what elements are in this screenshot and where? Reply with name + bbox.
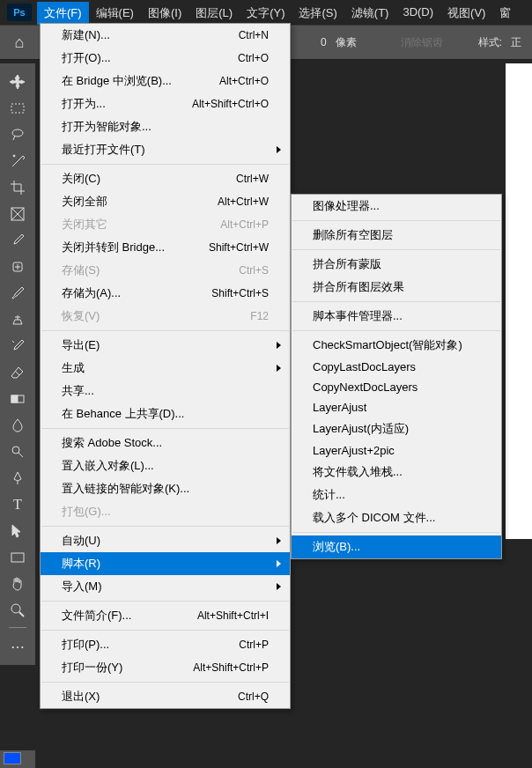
foreground-color[interactable] xyxy=(4,752,21,764)
file-menu-item-0[interactable]: 新建(N)...Ctrl+N xyxy=(41,24,290,47)
file-menu-item-3[interactable]: 打开为...Alt+Shift+Ctrl+O xyxy=(41,92,290,115)
file-menu-separator xyxy=(41,682,289,683)
script-menu-separator xyxy=(292,249,500,250)
marquee-tool[interactable] xyxy=(4,95,32,122)
file-menu-item-21[interactable]: 置入嵌入对象(L)... xyxy=(41,454,290,477)
pen-tool[interactable] xyxy=(4,465,32,491)
script-menu-separator xyxy=(292,220,500,221)
eraser-tool[interactable] xyxy=(4,359,32,386)
script-menu-item-11[interactable]: CopyNextDocLayers xyxy=(292,377,501,397)
type-tool[interactable]: T xyxy=(4,491,32,518)
file-menu-item-8[interactable]: 关闭全部Alt+Ctrl+W xyxy=(41,190,290,213)
script-menu-item-9[interactable]: CheckSmartObject(智能对象) xyxy=(292,334,501,357)
file-menu-item-17[interactable]: 共享... xyxy=(41,380,290,402)
file-menu-item-16[interactable]: 生成 xyxy=(41,357,290,380)
menu-item-shortcut: Shift+Ctrl+S xyxy=(211,287,269,299)
file-menu-item-7[interactable]: 关闭(C)Ctrl+W xyxy=(41,167,290,190)
gradient-tool[interactable] xyxy=(4,386,32,412)
menu-8[interactable]: 视图(V) xyxy=(440,2,492,25)
file-menu-separator xyxy=(41,164,289,165)
canvas-area xyxy=(506,63,532,539)
menu-item-label: 文件简介(F)... xyxy=(62,608,131,624)
submenu-arrow-icon xyxy=(277,342,281,349)
menu-item-shortcut: Ctrl+Q xyxy=(238,690,269,703)
menu-item-label: LayerAjust(内适应) xyxy=(313,421,409,437)
lasso-tool[interactable] xyxy=(4,122,32,148)
svg-rect-6 xyxy=(11,395,18,402)
menu-item-label: 置入嵌入对象(L)... xyxy=(62,458,154,474)
magic-wand-tool[interactable] xyxy=(4,148,32,174)
zoom-tool[interactable] xyxy=(4,597,32,624)
file-menu-item-4[interactable]: 打开为智能对象... xyxy=(41,115,290,138)
style-value: 正 xyxy=(511,35,521,50)
script-menu-item-4[interactable]: 拼合所有蒙版 xyxy=(292,253,501,276)
home-icon[interactable]: ⌂ xyxy=(9,32,30,53)
blur-tool[interactable] xyxy=(4,412,32,439)
file-menu-item-10[interactable]: 关闭并转到 Bridge...Shift+Ctrl+W xyxy=(41,236,290,259)
scripts-submenu: 图像处理器...删除所有空图层拼合所有蒙版拼合所有图层效果脚本事件管理器...C… xyxy=(291,194,502,559)
file-menu-item-1[interactable]: 打开(O)...Ctrl+O xyxy=(41,47,290,70)
file-menu-item-25[interactable]: 自动(U) xyxy=(41,529,290,552)
dodge-tool[interactable] xyxy=(4,439,32,465)
menu-2[interactable]: 图像(I) xyxy=(141,2,188,25)
script-menu-item-14[interactable]: LayerAjust+2pic xyxy=(292,440,501,461)
file-menu-item-34[interactable]: 退出(X)Ctrl+Q xyxy=(41,685,290,708)
menu-7[interactable]: 3D(D) xyxy=(395,2,440,25)
hand-tool[interactable] xyxy=(4,571,32,597)
file-menu-item-15[interactable]: 导出(E) xyxy=(41,334,290,357)
history-brush-tool[interactable] xyxy=(4,333,32,359)
file-menu-item-22[interactable]: 置入链接的智能对象(K)... xyxy=(41,477,290,500)
file-menu-item-20[interactable]: 搜索 Adobe Stock... xyxy=(41,432,290,454)
file-menu-item-27[interactable]: 导入(M) xyxy=(41,575,290,598)
script-menu-item-0[interactable]: 图像处理器... xyxy=(292,195,501,218)
script-menu-item-12[interactable]: LayerAjust xyxy=(292,397,501,417)
menu-item-label: 拼合所有蒙版 xyxy=(313,256,381,272)
menu-4[interactable]: 文字(Y) xyxy=(240,2,292,25)
menu-6[interactable]: 滤镜(T) xyxy=(344,2,396,25)
script-menu-item-19[interactable]: 浏览(B)... xyxy=(292,535,501,558)
file-menu-item-11: 存储(S)Ctrl+S xyxy=(41,259,290,282)
rectangle-tool[interactable] xyxy=(4,544,32,571)
script-menu-item-7[interactable]: 脚本事件管理器... xyxy=(292,305,501,328)
file-menu-item-31[interactable]: 打印(P)...Ctrl+P xyxy=(41,633,290,656)
color-swatches[interactable] xyxy=(0,750,35,768)
menu-item-label: 在 Bridge 中浏览(B)... xyxy=(62,73,172,89)
toolbar: T ⋯ xyxy=(0,63,35,665)
crop-tool[interactable] xyxy=(4,174,32,201)
menu-3[interactable]: 图层(L) xyxy=(188,2,240,25)
file-menu-separator xyxy=(41,428,289,429)
menu-1[interactable]: 编辑(E) xyxy=(89,2,141,25)
frame-tool[interactable] xyxy=(4,201,32,227)
menu-0[interactable]: 文件(F) xyxy=(37,2,89,25)
script-menu-item-17[interactable]: 载入多个 DICOM 文件... xyxy=(292,506,501,529)
file-menu-item-18[interactable]: 在 Behance 上共享(D)... xyxy=(41,402,290,425)
file-menu-item-2[interactable]: 在 Bridge 中浏览(B)...Alt+Ctrl+O xyxy=(41,70,290,92)
file-menu-item-5[interactable]: 最近打开文件(T) xyxy=(41,138,290,161)
menu-9[interactable]: 窗 xyxy=(492,2,518,25)
script-menu-item-10[interactable]: CopyLastDocLayers xyxy=(292,357,501,377)
script-menu-item-16[interactable]: 统计... xyxy=(292,484,501,506)
file-menu-item-32[interactable]: 打印一份(Y)Alt+Shift+Ctrl+P xyxy=(41,656,290,679)
eyedropper-tool[interactable] xyxy=(4,227,32,254)
file-menu-item-29[interactable]: 文件简介(F)...Alt+Shift+Ctrl+I xyxy=(41,604,290,627)
script-menu-item-5[interactable]: 拼合所有图层效果 xyxy=(292,276,501,299)
brush-tool[interactable] xyxy=(4,280,32,306)
script-menu-item-13[interactable]: LayerAjust(内适应) xyxy=(292,417,501,440)
path-selection-tool[interactable] xyxy=(4,518,32,544)
move-tool[interactable] xyxy=(4,69,32,95)
menu-item-shortcut: Alt+Shift+Ctrl+I xyxy=(197,609,269,622)
menubar: 文件(F)编辑(E)图像(I)图层(L)文字(Y)选择(S)滤镜(T)3D(D)… xyxy=(37,2,518,25)
file-menu-item-12[interactable]: 存储为(A)...Shift+Ctrl+S xyxy=(41,282,290,305)
healing-brush-tool[interactable] xyxy=(4,254,32,280)
script-menu-item-15[interactable]: 将文件载入堆栈... xyxy=(292,461,501,484)
file-menu-item-23: 打包(G)... xyxy=(41,500,290,523)
edit-toolbar-icon[interactable]: ⋯ xyxy=(4,633,32,660)
svg-point-9 xyxy=(11,604,20,613)
toolbar-divider xyxy=(9,627,26,630)
file-menu-item-26[interactable]: 脚本(R) xyxy=(41,552,290,575)
menu-item-label: 搜索 Adobe Stock... xyxy=(62,435,162,451)
menu-5[interactable]: 选择(S) xyxy=(292,2,344,25)
file-menu-dropdown: 新建(N)...Ctrl+N打开(O)...Ctrl+O在 Bridge 中浏览… xyxy=(40,23,291,709)
clone-stamp-tool[interactable] xyxy=(4,306,32,333)
script-menu-item-2[interactable]: 删除所有空图层 xyxy=(292,224,501,247)
